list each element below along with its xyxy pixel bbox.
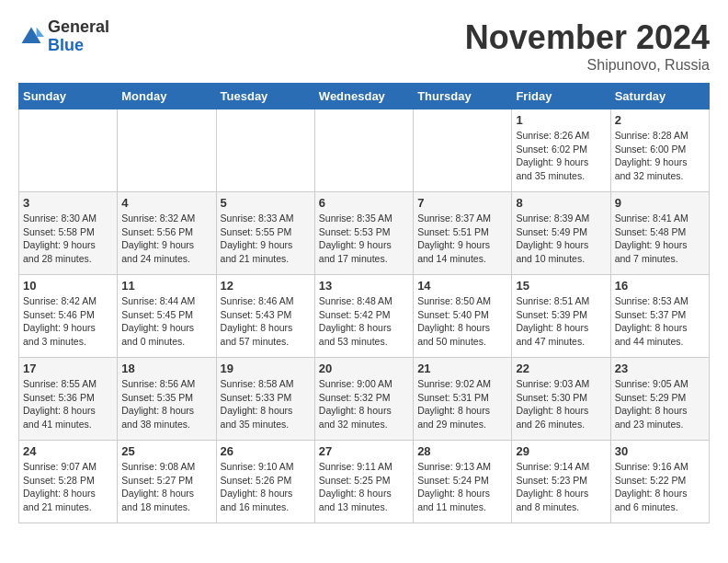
calendar-cell: 19Sunrise: 8:58 AM Sunset: 5:33 PM Dayli… [216, 358, 314, 441]
calendar-cell: 23Sunrise: 9:05 AM Sunset: 5:29 PM Dayli… [610, 358, 709, 441]
logo-general: General [48, 18, 109, 37]
day-info: Sunrise: 9:07 AM Sunset: 5:28 PM Dayligh… [23, 460, 113, 514]
calendar-cell: 24Sunrise: 9:07 AM Sunset: 5:28 PM Dayli… [19, 441, 118, 523]
calendar-cell: 25Sunrise: 9:08 AM Sunset: 5:27 PM Dayli… [118, 441, 216, 523]
day-info: Sunrise: 8:48 AM Sunset: 5:42 PM Dayligh… [319, 294, 409, 349]
calendar-week-row: 1Sunrise: 8:26 AM Sunset: 6:02 PM Daylig… [19, 109, 710, 192]
day-info: Sunrise: 8:41 AM Sunset: 5:48 PM Dayligh… [615, 212, 705, 266]
day-number: 30 [615, 444, 705, 458]
calendar-cell: 7Sunrise: 8:37 AM Sunset: 5:51 PM Daylig… [414, 192, 512, 275]
day-info: Sunrise: 8:35 AM Sunset: 5:53 PM Dayligh… [319, 212, 409, 266]
day-number: 2 [615, 113, 705, 127]
calendar-week-row: 17Sunrise: 8:55 AM Sunset: 5:36 PM Dayli… [19, 358, 710, 441]
day-number: 19 [221, 362, 311, 375]
calendar-cell [19, 109, 118, 192]
day-number: 14 [417, 279, 507, 293]
day-info: Sunrise: 9:14 AM Sunset: 5:23 PM Dayligh… [516, 460, 606, 514]
calendar-cell: 26Sunrise: 9:10 AM Sunset: 5:26 PM Dayli… [216, 441, 314, 523]
day-info: Sunrise: 9:03 AM Sunset: 5:30 PM Dayligh… [516, 377, 606, 431]
day-info: Sunrise: 8:50 AM Sunset: 5:40 PM Dayligh… [417, 294, 507, 349]
day-info: Sunrise: 9:05 AM Sunset: 5:29 PM Dayligh… [615, 377, 705, 431]
day-number: 29 [516, 444, 606, 458]
logo-text: General Blue [48, 18, 109, 55]
day-number: 16 [615, 279, 705, 293]
day-info: Sunrise: 9:13 AM Sunset: 5:24 PM Dayligh… [417, 460, 507, 514]
day-info: Sunrise: 8:42 AM Sunset: 5:46 PM Dayligh… [23, 294, 113, 349]
day-info: Sunrise: 9:08 AM Sunset: 5:27 PM Dayligh… [121, 460, 211, 514]
calendar-cell: 30Sunrise: 9:16 AM Sunset: 5:22 PM Dayli… [610, 441, 709, 523]
day-number: 28 [417, 444, 507, 458]
header-saturday: Saturday [610, 84, 709, 109]
calendar-cell: 4Sunrise: 8:32 AM Sunset: 5:56 PM Daylig… [118, 192, 216, 275]
day-info: Sunrise: 9:00 AM Sunset: 5:32 PM Dayligh… [319, 377, 409, 431]
day-info: Sunrise: 8:30 AM Sunset: 5:58 PM Dayligh… [23, 212, 113, 266]
calendar-cell: 15Sunrise: 8:51 AM Sunset: 5:39 PM Dayli… [512, 275, 610, 358]
calendar-header-row: SundayMondayTuesdayWednesdayThursdayFrid… [19, 84, 710, 109]
calendar-cell [414, 109, 512, 192]
header-thursday: Thursday [414, 84, 512, 109]
day-info: Sunrise: 8:44 AM Sunset: 5:45 PM Dayligh… [121, 294, 211, 349]
day-number: 22 [516, 362, 606, 375]
header-monday: Monday [118, 84, 216, 109]
day-number: 17 [23, 362, 113, 375]
day-info: Sunrise: 8:39 AM Sunset: 5:49 PM Dayligh… [516, 212, 606, 266]
day-number: 23 [615, 362, 705, 375]
day-number: 12 [221, 279, 311, 293]
calendar-cell: 5Sunrise: 8:33 AM Sunset: 5:55 PM Daylig… [216, 192, 314, 275]
svg-marker-1 [37, 27, 44, 37]
calendar-week-row: 24Sunrise: 9:07 AM Sunset: 5:28 PM Dayli… [19, 441, 710, 523]
day-number: 9 [615, 196, 705, 210]
day-number: 24 [23, 444, 113, 458]
day-info: Sunrise: 8:28 AM Sunset: 6:00 PM Dayligh… [615, 129, 705, 183]
calendar-cell: 29Sunrise: 9:14 AM Sunset: 5:23 PM Dayli… [512, 441, 610, 523]
day-number: 20 [319, 362, 409, 375]
logo-blue: Blue [48, 37, 109, 55]
day-info: Sunrise: 9:16 AM Sunset: 5:22 PM Dayligh… [615, 460, 705, 514]
day-info: Sunrise: 8:26 AM Sunset: 6:02 PM Dayligh… [516, 129, 606, 183]
calendar-cell: 17Sunrise: 8:55 AM Sunset: 5:36 PM Dayli… [19, 358, 118, 441]
day-info: Sunrise: 8:33 AM Sunset: 5:55 PM Dayligh… [221, 212, 311, 266]
day-number: 13 [319, 279, 409, 293]
page-header: General Blue November 2024 Shipunovo, Ru… [18, 18, 710, 74]
calendar-cell: 27Sunrise: 9:11 AM Sunset: 5:25 PM Dayli… [314, 441, 413, 523]
calendar-cell: 6Sunrise: 8:35 AM Sunset: 5:53 PM Daylig… [314, 192, 413, 275]
day-number: 4 [121, 196, 211, 210]
calendar-cell: 16Sunrise: 8:53 AM Sunset: 5:37 PM Dayli… [610, 275, 709, 358]
day-number: 3 [23, 196, 113, 210]
calendar-cell: 10Sunrise: 8:42 AM Sunset: 5:46 PM Dayli… [19, 275, 118, 358]
day-number: 18 [121, 362, 211, 375]
calendar-cell: 9Sunrise: 8:41 AM Sunset: 5:48 PM Daylig… [610, 192, 709, 275]
day-info: Sunrise: 9:10 AM Sunset: 5:26 PM Dayligh… [221, 460, 311, 514]
calendar-cell: 2Sunrise: 8:28 AM Sunset: 6:00 PM Daylig… [610, 109, 709, 192]
calendar-cell: 13Sunrise: 8:48 AM Sunset: 5:42 PM Dayli… [314, 275, 413, 358]
calendar-cell: 12Sunrise: 8:46 AM Sunset: 5:43 PM Dayli… [216, 275, 314, 358]
header-friday: Friday [512, 84, 610, 109]
calendar-cell: 1Sunrise: 8:26 AM Sunset: 6:02 PM Daylig… [512, 109, 610, 192]
calendar-cell: 14Sunrise: 8:50 AM Sunset: 5:40 PM Dayli… [414, 275, 512, 358]
day-info: Sunrise: 9:11 AM Sunset: 5:25 PM Dayligh… [319, 460, 409, 514]
day-number: 27 [319, 444, 409, 458]
logo-icon [18, 24, 44, 50]
calendar-cell: 11Sunrise: 8:44 AM Sunset: 5:45 PM Dayli… [118, 275, 216, 358]
day-info: Sunrise: 8:46 AM Sunset: 5:43 PM Dayligh… [221, 294, 311, 349]
day-number: 26 [221, 444, 311, 458]
calendar-cell [314, 109, 413, 192]
calendar-cell: 21Sunrise: 9:02 AM Sunset: 5:31 PM Dayli… [414, 358, 512, 441]
location-title: Shipunovo, Russia [465, 57, 710, 74]
calendar-cell: 3Sunrise: 8:30 AM Sunset: 5:58 PM Daylig… [19, 192, 118, 275]
calendar-cell [216, 109, 314, 192]
day-number: 25 [121, 444, 211, 458]
header-wednesday: Wednesday [314, 84, 413, 109]
day-info: Sunrise: 8:53 AM Sunset: 5:37 PM Dayligh… [615, 294, 705, 349]
calendar-cell: 18Sunrise: 8:56 AM Sunset: 5:35 PM Dayli… [118, 358, 216, 441]
calendar-cell: 22Sunrise: 9:03 AM Sunset: 5:30 PM Dayli… [512, 358, 610, 441]
calendar-cell: 20Sunrise: 9:00 AM Sunset: 5:32 PM Dayli… [314, 358, 413, 441]
day-number: 8 [516, 196, 606, 210]
day-info: Sunrise: 8:51 AM Sunset: 5:39 PM Dayligh… [516, 294, 606, 349]
day-number: 1 [516, 113, 606, 127]
day-info: Sunrise: 8:37 AM Sunset: 5:51 PM Dayligh… [417, 212, 507, 266]
day-info: Sunrise: 9:02 AM Sunset: 5:31 PM Dayligh… [417, 377, 507, 431]
day-info: Sunrise: 8:32 AM Sunset: 5:56 PM Dayligh… [121, 212, 211, 266]
calendar-cell: 8Sunrise: 8:39 AM Sunset: 5:49 PM Daylig… [512, 192, 610, 275]
day-number: 7 [417, 196, 507, 210]
